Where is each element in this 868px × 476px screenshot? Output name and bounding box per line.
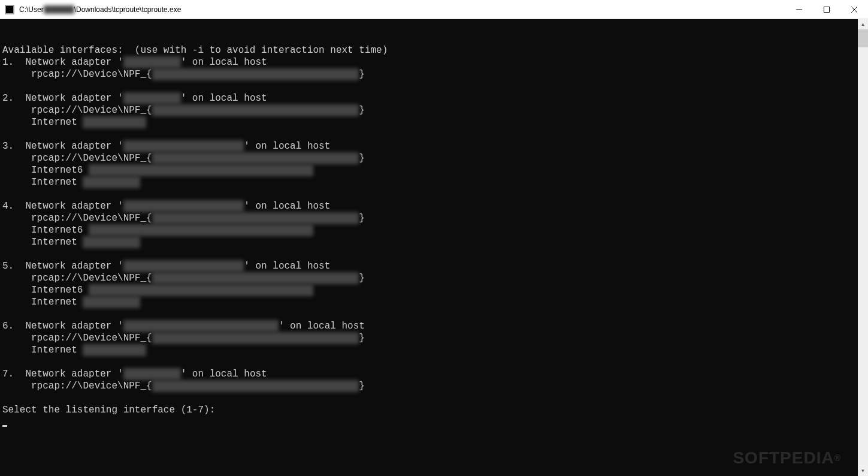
redacted-text: ██████████ bbox=[123, 368, 181, 380]
redacted-text: ██.██.██.█ bbox=[83, 236, 140, 248]
console-line: 3. Network adapter '█████████ ██████████… bbox=[2, 140, 855, 152]
redacted-text: ████████-████-████-████-████████████ bbox=[152, 104, 359, 116]
console-line: Internet6 ████:████:████:████:████:████:… bbox=[2, 164, 855, 176]
redacted-text: ████████-████-████-████-████████████ bbox=[152, 152, 359, 164]
console-line: 2. Network adapter '██████████' on local… bbox=[2, 92, 855, 104]
minimize-button[interactable] bbox=[785, 0, 813, 19]
console-line bbox=[2, 128, 855, 140]
console-line: Select the listening interface (1-7): bbox=[2, 404, 855, 416]
redacted-text: ██████ bbox=[44, 5, 74, 14]
redacted-text: ███.██.█.██ bbox=[83, 116, 146, 128]
redacted-text: ██.██.██.█ bbox=[83, 176, 140, 188]
console-line: rpcap://\Device\NPF_{████████-████-████-… bbox=[2, 380, 855, 392]
redacted-text: ████████-████-████-████-████████████ bbox=[152, 212, 359, 224]
redacted-text: ████████-████-████-████-████████████ bbox=[152, 380, 359, 392]
console-line: Available interfaces: (use with -i to av… bbox=[2, 44, 855, 56]
console-line: Internet6 ████:████:████:████:████:████:… bbox=[2, 284, 855, 296]
console-input-line[interactable] bbox=[2, 416, 855, 428]
console-line bbox=[2, 308, 855, 320]
scroll-down-button[interactable]: ▼ bbox=[858, 466, 868, 476]
redacted-text: ████████-████-████-████-████████████ bbox=[152, 68, 359, 80]
window-title: C:\User██████\Downloads\tcproute\tcprout… bbox=[19, 5, 785, 14]
console-line: Internet ██.██.██.█ bbox=[2, 176, 855, 188]
console-line: 1. Network adapter '██████████' on local… bbox=[2, 56, 855, 68]
console-line: rpcap://\Device\NPF_{████████-████-████-… bbox=[2, 272, 855, 284]
console-line bbox=[2, 188, 855, 200]
console-line bbox=[2, 392, 855, 404]
console-line: rpcap://\Device\NPF_{████████-████-████-… bbox=[2, 212, 855, 224]
redacted-text: █████████ ███████████ bbox=[123, 260, 244, 272]
vertical-scrollbar[interactable]: ▲ ▼ bbox=[858, 19, 868, 476]
redacted-text: █████████ ███████████ bbox=[123, 200, 244, 212]
redacted-text: ██.██.██.█ bbox=[83, 296, 140, 308]
console-line: 7. Network adapter '██████████' on local… bbox=[2, 368, 855, 380]
cursor bbox=[2, 425, 7, 427]
console-line: 6. Network adapter '██████ ██ ██ █████ █… bbox=[2, 320, 855, 332]
redacted-text: ████████-████-████-████-████████████ bbox=[152, 272, 359, 284]
console-line: rpcap://\Device\NPF_{████████-████-████-… bbox=[2, 104, 855, 116]
console-line: Internet ██.██.██.█ bbox=[2, 236, 855, 248]
redacted-text: ███.██.█.██ bbox=[83, 344, 146, 356]
console-output[interactable]: Available interfaces: (use with -i to av… bbox=[0, 19, 858, 476]
console-line: rpcap://\Device\NPF_{████████-████-████-… bbox=[2, 68, 855, 80]
console-line bbox=[2, 248, 855, 260]
close-icon bbox=[851, 7, 857, 13]
maximize-icon bbox=[824, 7, 830, 13]
scrollbar-thumb[interactable] bbox=[858, 29, 868, 47]
redacted-text: ██████████ bbox=[123, 92, 181, 104]
console-line: Internet ██.██.██.█ bbox=[2, 296, 855, 308]
window-controls bbox=[785, 0, 868, 19]
console-line: Internet6 ████:████:████:████:████:████:… bbox=[2, 224, 855, 236]
titlebar[interactable]: C:\User██████\Downloads\tcproute\tcprout… bbox=[0, 0, 868, 19]
close-button[interactable] bbox=[840, 0, 868, 19]
console-line: rpcap://\Device\NPF_{████████-████-████-… bbox=[2, 152, 855, 164]
console-line bbox=[2, 80, 855, 92]
redacted-text: ████:████:████:████:████:████:████:████ bbox=[89, 224, 313, 236]
scroll-up-button[interactable]: ▲ bbox=[858, 19, 868, 29]
console-line: rpcap://\Device\NPF_{████████-████-████-… bbox=[2, 332, 855, 344]
redacted-text: ██████████ bbox=[123, 56, 181, 68]
minimize-icon bbox=[796, 7, 802, 13]
console-line: 5. Network adapter '█████████ ██████████… bbox=[2, 260, 855, 272]
console-wrapper: Available interfaces: (use with -i to av… bbox=[0, 19, 868, 476]
redacted-text: ██████ ██ ██ █████ ████████ bbox=[123, 320, 279, 332]
console-line: 4. Network adapter '█████████ ██████████… bbox=[2, 200, 855, 212]
watermark: SOFTPEDIA® bbox=[733, 452, 841, 464]
redacted-text: ████:████:████:████:████:████:████:████ bbox=[89, 284, 313, 296]
redacted-text: █████████ ███████████ bbox=[123, 140, 244, 152]
redacted-text: ████:████:████:████:████:████:████:████ bbox=[89, 164, 313, 176]
svg-rect-1 bbox=[824, 7, 830, 12]
redacted-text: ████████-████-████-████-████████████ bbox=[152, 332, 359, 344]
maximize-button[interactable] bbox=[813, 0, 840, 19]
console-line: Internet ███.██.█.██ bbox=[2, 344, 855, 356]
console-line: Internet ███.██.█.██ bbox=[2, 116, 855, 128]
console-line bbox=[2, 356, 855, 368]
app-icon bbox=[5, 5, 14, 14]
